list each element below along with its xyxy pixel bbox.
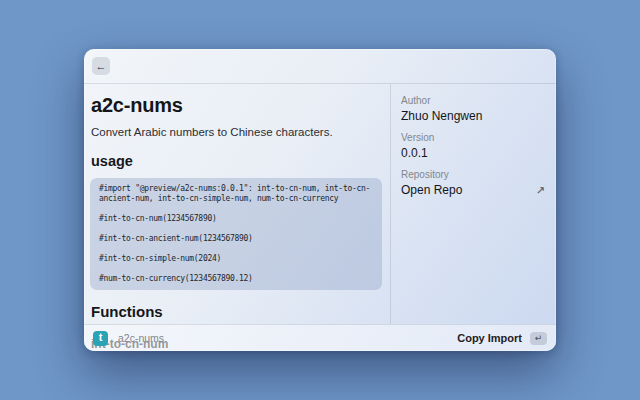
open-repo-link[interactable]: Open Repo ↗ — [401, 183, 545, 197]
version-label: Version — [401, 132, 545, 143]
author-label: Author — [401, 95, 545, 106]
external-link-icon: ↗ — [536, 184, 545, 197]
usage-heading: usage — [91, 153, 383, 169]
usage-code-block: #import "@preview/a2c-nums:0.0.1": int-t… — [90, 178, 382, 290]
package-description: Convert Arabic numbers to Chinese charac… — [91, 126, 383, 138]
author-value: Zhuo Nengwen — [401, 109, 545, 123]
code-line: #int-to-cn-ancient-num(1234567890) — [99, 234, 373, 244]
repository-label: Repository — [401, 169, 545, 180]
main-area: a2c-nums Convert Arabic numbers to Chine… — [84, 84, 556, 324]
author-name: Zhuo Nengwen — [401, 109, 545, 123]
footer-bar: t a2c-nums Copy Import ↵ — [84, 324, 556, 351]
copy-import-button[interactable]: Copy Import ↵ — [457, 332, 547, 345]
package-detail-panel: a2c-nums Convert Arabic numbers to Chine… — [84, 84, 390, 324]
functions-heading: Functions — [91, 303, 383, 320]
version-number: 0.0.1 — [401, 146, 545, 160]
metadata-sidebar: Author Zhuo Nengwen Version 0.0.1 Reposi… — [391, 84, 556, 324]
code-line: #num-to-cn-currency(1234567890.12) — [99, 274, 373, 284]
page-title: a2c-nums — [91, 94, 383, 117]
enter-key-icon: ↵ — [530, 332, 547, 345]
open-repo-label: Open Repo — [401, 183, 536, 197]
typst-app-icon: t — [93, 331, 108, 346]
back-button[interactable]: ← — [92, 57, 110, 75]
typst-letter: t — [99, 332, 103, 343]
extension-window: ← a2c-nums Convert Arabic numbers to Chi… — [84, 49, 556, 351]
code-line: #int-to-cn-num(1234567890) — [99, 214, 373, 224]
copy-import-label: Copy Import — [457, 332, 522, 344]
code-line: #import "@preview/a2c-nums:0.0.1": int-t… — [99, 184, 373, 194]
footer-app-name: a2c-nums — [118, 332, 164, 344]
version-value: 0.0.1 — [401, 146, 545, 160]
code-line: #int-to-cn-simple-num(2024) — [99, 254, 373, 264]
back-arrow-icon: ← — [96, 61, 107, 72]
window-header: ← — [84, 49, 556, 84]
code-line: ancient-num, int-to-cn-simple-num, num-t… — [99, 194, 373, 204]
